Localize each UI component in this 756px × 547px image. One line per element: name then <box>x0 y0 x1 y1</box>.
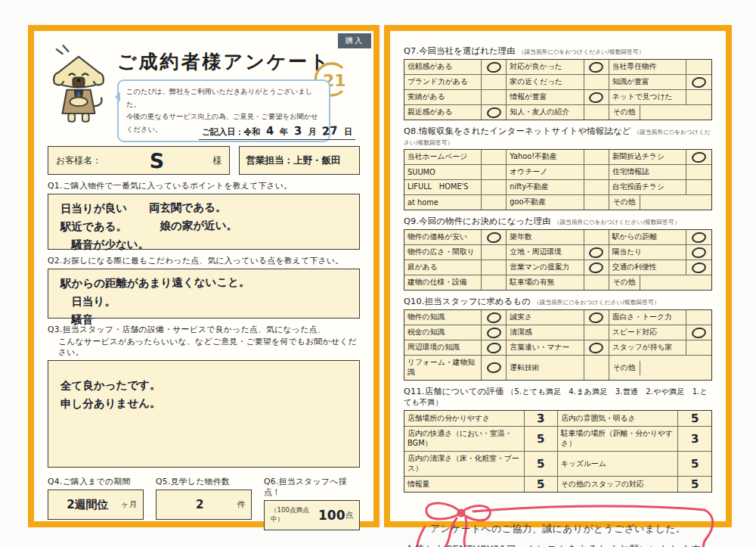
q3-answer-line: 全て良かったです。 <box>60 375 347 395</box>
q5-unit: 件 <box>237 499 246 510</box>
q8-option-label: 新聞折込チラシ <box>609 150 686 165</box>
q7-option-mark-cell <box>686 90 711 105</box>
agent-label: 営業担当： <box>246 154 293 167</box>
q8-option-label: goo不動産 <box>507 195 584 210</box>
handwritten-score: 3 <box>537 412 545 426</box>
handwritten-score: 5 <box>690 477 699 492</box>
q7-option-mark-cell <box>482 90 507 105</box>
q8-title-text: Q8.情報収集をされたインターネットサイトや情報誌など <box>404 126 631 136</box>
date-prefix: ご記入日：令和 <box>202 127 260 137</box>
q4-value-handwritten: 2週間位 <box>54 498 121 512</box>
q9-option-label: 交通の利便性 <box>609 260 686 275</box>
q10-option-label: スピード対応 <box>609 325 686 340</box>
q1-answer-box: 日当りが良い 両玄関である。 駅近である。 娘の家が近い。 騒音が少ない。 <box>48 194 360 250</box>
q7-option-mark-cell <box>482 105 507 120</box>
handwritten-circle-mark <box>691 261 707 274</box>
q9-option-mark-cell <box>482 275 507 290</box>
q9-option-mark-cell <box>686 260 711 275</box>
q8-option-mark-cell <box>584 180 609 195</box>
q11-rating-table: 店舗場所の分かりやすさ3店内の雰囲気・明るさ5店内の快適さ（におい・室温・BGM… <box>404 410 712 493</box>
customer-name-label: お客様名： <box>56 154 101 167</box>
q11-item-label: 店内の雰囲気・明るさ <box>558 411 678 427</box>
handwritten-circle-mark <box>486 311 502 324</box>
q3-label-line2: こんなサービスがあったらいいな、などご意見・ご要望を何でもお聞かせください。 <box>48 337 360 358</box>
date-year-handwritten: 4 <box>262 123 277 138</box>
q8-option-label: nifty不動産 <box>507 180 584 195</box>
q10-option-mark-cell <box>584 356 609 380</box>
q5-section: Q5.見学した物件数 2 件 <box>156 477 252 530</box>
q8-option-mark-cell <box>584 195 609 210</box>
handwritten-circle-mark <box>486 106 502 119</box>
q4-answer-box: 2週間位 ヶ月 <box>48 490 144 520</box>
q11-score-cell: 5 <box>678 452 711 477</box>
q8-option-mark-cell <box>584 165 609 180</box>
q10-option-mark-cell <box>584 310 609 325</box>
q11-score-cell: 3 <box>678 427 711 452</box>
q9-option-mark-cell <box>482 245 507 260</box>
thank-you-line1: アンケートへのご協力、誠にありがとうございました。 <box>404 519 712 539</box>
q9-option-label: 物件の価格が安い <box>404 230 482 245</box>
agent-names: 上野・飯田 <box>293 154 341 167</box>
q11-score-cell: 5 <box>525 427 558 452</box>
q10-option-label: 言葉遣い・マナー <box>507 340 584 356</box>
q11-title-text: Q11.店舗についての評価 <box>404 387 503 396</box>
q10-other-label: その他 <box>609 361 640 375</box>
q11-score-cell: 5 <box>678 477 711 492</box>
handwritten-circle-mark <box>588 91 604 104</box>
q2-label: Q2.お探しになる際に最もこだわった点、気に入っている点を教えて下さい。 <box>48 256 360 266</box>
q2-answer-line: 日当り。 <box>60 291 347 311</box>
handwritten-circle-mark <box>588 246 604 259</box>
q10-option-mark-cell <box>482 325 507 340</box>
handwritten-score: 5 <box>690 412 699 426</box>
q9-option-label: 築年数 <box>507 230 584 245</box>
q11-item-label: キッズルーム <box>558 452 678 477</box>
q10-option-label: リフォーム・建物知識 <box>404 356 482 380</box>
q8-option-label: at home <box>404 195 482 210</box>
q9-option-label: 庭がある <box>404 260 482 275</box>
q6-value-handwritten: 100 <box>318 508 345 523</box>
date-day-unit: 日 <box>344 127 352 137</box>
q9-title-text: Q9.今回の物件にお決めになった理由 <box>404 216 551 226</box>
purchase-tag: 購入 <box>338 33 371 48</box>
q11-score-cell: 5 <box>678 411 711 427</box>
q7-option-label: 対応が良かった <box>507 60 584 75</box>
date-month-unit: 月 <box>308 127 316 137</box>
q9-option-mark-cell <box>482 230 507 245</box>
date-year-unit: 年 <box>280 127 288 137</box>
q7-other-label: その他 <box>609 105 640 120</box>
q7-option-label: 信頼感がある <box>404 60 482 75</box>
q7-other-option: その他 <box>609 105 711 120</box>
q7-option-label: 知識が豊富 <box>609 75 686 90</box>
handwritten-circle-mark <box>691 76 707 89</box>
q9-option-label: 建物の仕様・設備 <box>404 275 482 290</box>
q9-option-mark-cell <box>584 230 609 245</box>
q7-note: （該当箇所に○をおつけください/複数回答可） <box>519 48 645 55</box>
q1-answer-line: 駅近である。 娘の家が近い。 <box>60 216 347 236</box>
q7-option-mark-cell <box>482 75 507 90</box>
q9-option-mark-cell <box>482 260 507 275</box>
page-title: ご成約者様アンケート <box>117 49 331 74</box>
q7-option-mark-cell <box>584 90 609 105</box>
q6-unit: 点 <box>345 510 354 521</box>
q10-option-mark-cell <box>482 356 507 380</box>
q5-label: Q5.見学した物件数 <box>156 477 252 487</box>
q10-title: Q10.担当スタッフに求めるもの （該当箇所に○をおつけください/複数回答可） <box>404 296 712 307</box>
q9-option-label: 駅からの距離 <box>609 230 686 245</box>
q10-option-mark-cell <box>686 325 711 340</box>
q9-option-mark-cell <box>584 275 609 290</box>
dog-mascot-icon <box>49 43 108 125</box>
q11-title: Q11.店舗についての評価 （5.とても満足 4.まあ満足 3.普通 2.やや満… <box>404 386 712 408</box>
q8-option-label: Yahoo!不動産 <box>507 150 584 165</box>
q9-option-mark-cell <box>584 260 609 275</box>
q9-option-label: 立地・周辺環境 <box>507 245 584 260</box>
handwritten-circle-mark <box>486 326 502 339</box>
q4-label: Q4.ご購入までの期間 <box>48 477 144 487</box>
q7-option-mark-cell <box>686 60 711 75</box>
handwritten-score: 5 <box>537 432 545 446</box>
q11-score-cell: 5 <box>525 452 558 477</box>
q10-title-text: Q10.担当スタッフに求めるもの <box>404 297 531 306</box>
q8-option-mark-cell <box>686 180 711 195</box>
customer-name-field: お客様名： S 様 <box>48 146 230 175</box>
q7-option-mark-cell <box>584 75 609 90</box>
q3-label: Q3.担当スタッフ・店舗の設備・サービスで良かった点、気になった点、 こんなサー… <box>48 325 360 358</box>
